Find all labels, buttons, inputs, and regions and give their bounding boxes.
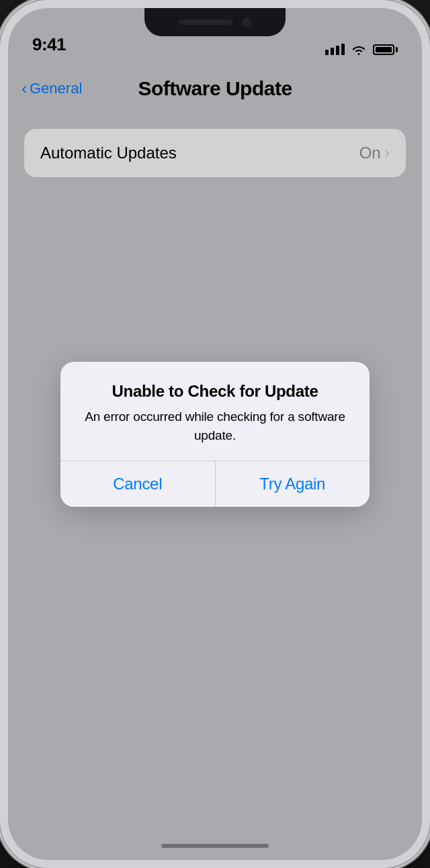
alert-title: Unable to Check for Update — [79, 382, 351, 401]
cancel-button[interactable]: Cancel — [60, 461, 216, 507]
try-again-button[interactable]: Try Again — [216, 461, 370, 507]
screen: 9:41 ‹ — [8, 8, 422, 860]
alert-dialog: Unable to Check for Update An error occu… — [60, 362, 370, 507]
alert-buttons: Cancel Try Again — [60, 461, 370, 507]
phone-frame: 9:41 ‹ — [0, 0, 430, 868]
alert-content: Unable to Check for Update An error occu… — [60, 362, 370, 461]
alert-overlay: Unable to Check for Update An error occu… — [8, 8, 422, 860]
alert-message: An error occurred while checking for a s… — [79, 407, 351, 446]
